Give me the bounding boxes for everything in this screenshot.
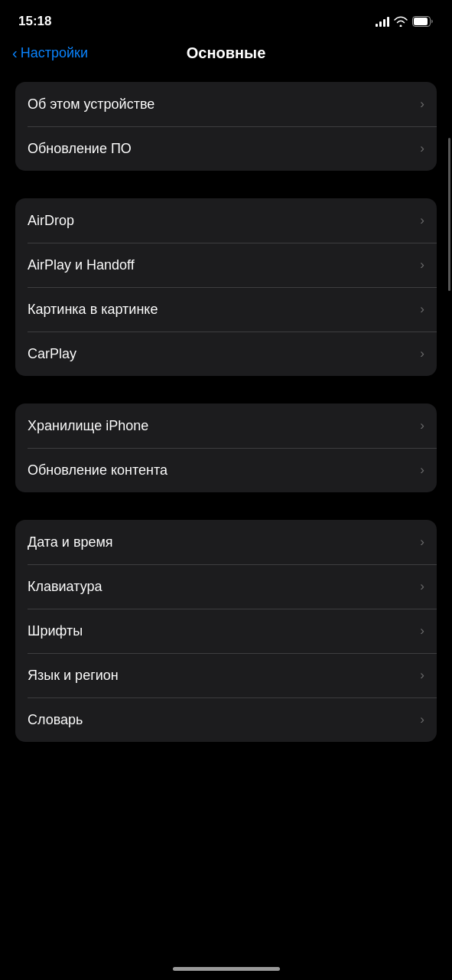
settings-item-date-time[interactable]: Дата и время › [15, 520, 437, 564]
settings-item-language-region[interactable]: Язык и регион › [15, 653, 437, 697]
settings-item-fonts[interactable]: Шрифты › [15, 609, 437, 653]
fonts-label: Шрифты [28, 623, 83, 639]
status-bar: 15:18 [0, 0, 452, 38]
settings-item-background-refresh[interactable]: Обновление контента › [15, 448, 437, 492]
settings-item-keyboard[interactable]: Клавиатура › [15, 564, 437, 609]
svg-rect-1 [414, 18, 428, 25]
chevron-dictionary: › [420, 712, 424, 727]
page-header: ‹ Настройки Основные [0, 38, 452, 74]
settings-item-about[interactable]: Об этом устройстве › [15, 82, 437, 126]
scrollbar[interactable] [448, 138, 450, 291]
chevron-keyboard: › [420, 579, 424, 594]
settings-item-airdrop[interactable]: AirDrop › [15, 198, 437, 243]
pip-label: Картинка в картинке [28, 302, 158, 318]
settings-content: Об этом устройстве › Обновление ПО › Air… [0, 74, 452, 800]
chevron-refresh: › [420, 462, 424, 478]
iphone-storage-label: Хранилище iPhone [28, 418, 148, 434]
back-chevron-icon: ‹ [12, 44, 18, 62]
page-title: Основные [187, 44, 266, 62]
background-refresh-label: Обновление контента [28, 462, 167, 479]
settings-group-3: Хранилище iPhone › Обновление контента › [15, 403, 437, 492]
chevron-airdrop: › [420, 213, 424, 228]
signal-bars-icon [376, 16, 389, 27]
chevron-about: › [420, 96, 424, 112]
chevron-language: › [420, 668, 424, 683]
airdrop-label: AirDrop [28, 213, 74, 229]
language-region-label: Язык и регион [28, 668, 119, 684]
settings-item-carplay[interactable]: CarPlay › [15, 332, 437, 376]
settings-group-2: AirDrop › AirPlay и Handoff › Картинка в… [15, 198, 437, 376]
settings-group-1: Об этом устройстве › Обновление ПО › [15, 82, 437, 171]
wifi-icon [394, 16, 408, 27]
airplay-handoff-label: AirPlay и Handoff [28, 257, 135, 273]
settings-group-4: Дата и время › Клавиатура › Шрифты › Язы… [15, 520, 437, 742]
date-time-label: Дата и время [28, 534, 113, 550]
settings-item-dictionary[interactable]: Словарь › [15, 697, 437, 742]
about-label: Об этом устройстве [28, 96, 154, 113]
dictionary-label: Словарь [28, 712, 83, 728]
settings-item-pip[interactable]: Картинка в картинке › [15, 287, 437, 332]
status-time: 15:18 [18, 14, 51, 29]
home-indicator [173, 967, 280, 971]
settings-item-airplay-handoff[interactable]: AirPlay и Handoff › [15, 243, 437, 287]
back-button[interactable]: ‹ Настройки [12, 45, 88, 62]
keyboard-label: Клавиатура [28, 579, 102, 595]
settings-item-software-update[interactable]: Обновление ПО › [15, 126, 437, 171]
chevron-airplay: › [420, 257, 424, 273]
chevron-pip: › [420, 302, 424, 317]
carplay-label: CarPlay [28, 346, 76, 362]
chevron-fonts: › [420, 623, 424, 639]
battery-icon [412, 16, 434, 27]
chevron-storage: › [420, 418, 424, 433]
chevron-carplay: › [420, 346, 424, 361]
software-update-label: Обновление ПО [28, 141, 132, 157]
status-icons [376, 16, 434, 27]
chevron-date-time: › [420, 534, 424, 550]
back-label: Настройки [21, 45, 88, 61]
settings-item-iphone-storage[interactable]: Хранилище iPhone › [15, 403, 437, 448]
chevron-software-update: › [420, 141, 424, 156]
